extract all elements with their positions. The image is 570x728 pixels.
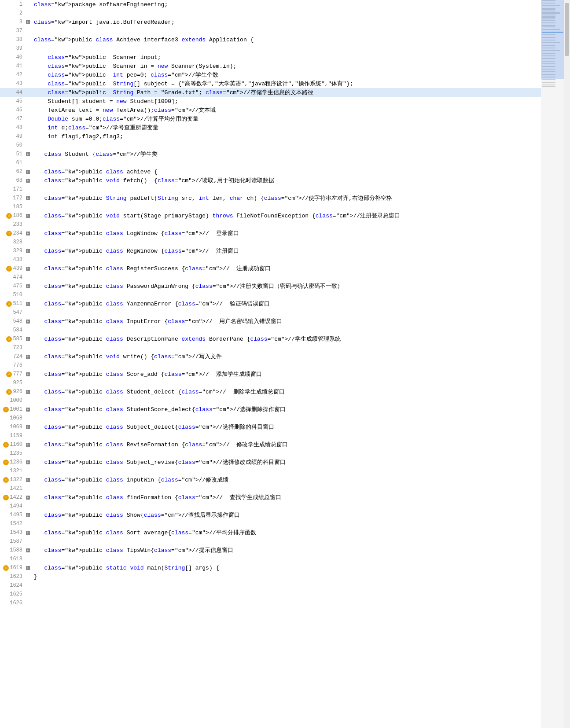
line-num-text: 1626	[10, 600, 22, 606]
line-number: 1542	[0, 519, 24, 528]
line-num-text: 42	[16, 72, 22, 78]
fold-button[interactable]: +	[26, 302, 30, 306]
line-number: 45	[0, 97, 24, 106]
fold-button[interactable]: +	[26, 337, 30, 341]
minimap[interactable]	[541, 0, 564, 728]
code-line-172: 172+ class="kw">public String padLeft(St…	[0, 194, 541, 202]
fold-button[interactable]: +	[26, 460, 30, 464]
line-number: 1587	[0, 537, 24, 546]
line-content: class="kw">public class Student_delect {…	[31, 388, 541, 396]
line-content	[31, 204, 541, 210]
line-content: class="kw">public Scanner in = new Scann…	[31, 63, 541, 70]
line-content: class="kw">public class inputWin {class=…	[31, 476, 541, 484]
line-number: 2	[0, 9, 24, 18]
fold-button[interactable]: +	[26, 408, 30, 412]
line-content	[31, 239, 541, 246]
warning-icon[interactable]: ⚠	[3, 565, 9, 571]
fold-button[interactable]: +	[26, 267, 30, 271]
line-number: 1626	[0, 599, 24, 607]
gutter: +	[24, 460, 31, 464]
fold-button[interactable]: +	[26, 179, 30, 183]
code-line-2: 2	[0, 9, 541, 18]
fold-button[interactable]: +	[26, 20, 30, 24]
warning-icon[interactable]: ⚠	[3, 495, 9, 500]
fold-button[interactable]: +	[26, 372, 30, 376]
warning-icon[interactable]: ⚠	[6, 266, 12, 272]
warning-icon[interactable]: ⚠	[6, 301, 12, 307]
minimap-line	[542, 86, 555, 87]
warning-icon[interactable]: ⚠	[6, 371, 12, 377]
line-number: 925	[0, 379, 24, 387]
warning-icon[interactable]: ⚠	[6, 231, 12, 236]
warning-icon[interactable]: ⚠	[3, 442, 9, 448]
line-content: class="kw">package softwareEngineering;	[31, 1, 541, 8]
line-num-text: 171	[13, 186, 22, 192]
fold-button[interactable]: +	[26, 214, 30, 218]
line-num-text: 547	[13, 309, 22, 316]
gutter: +	[24, 531, 31, 535]
line-content: class="kw">public class YanzenmaError {c…	[31, 300, 541, 308]
line-content	[31, 450, 541, 457]
line-content	[31, 397, 541, 404]
fold-button[interactable]: +	[26, 513, 30, 517]
fold-button[interactable]: +	[26, 531, 30, 535]
line-number: 1159	[0, 431, 24, 440]
line-content: class="kw">public Scanner input;	[31, 54, 541, 61]
line-num-text: 1069	[10, 424, 22, 430]
code-line-1618: 1618	[0, 555, 541, 563]
line-number: 1623	[0, 572, 24, 581]
code-line-1543: 1543+ class="kw">public class Sort_avera…	[0, 528, 541, 537]
fold-button[interactable]: +	[26, 478, 30, 482]
fold-button[interactable]: +	[26, 320, 30, 324]
fold-button[interactable]: +	[26, 196, 30, 200]
line-content: class="kw">public class StudentScore_del…	[31, 405, 541, 413]
line-num-text: 1159	[10, 433, 22, 439]
line-content: class="kw">public void write() {class="c…	[31, 353, 541, 360]
line-content: class="kw">public class Subject_delect{c…	[31, 423, 541, 431]
line-num-text: 1624	[10, 582, 22, 588]
code-line-68: 68+ class="kw">public void fetch() {clas…	[0, 176, 541, 185]
line-num-text: 1068	[10, 415, 22, 421]
code-line-48: 48 int d;class="cm">//学号查重所需变量	[0, 123, 541, 132]
warning-icon[interactable]: ⚠	[3, 460, 9, 465]
line-num-text: 1495	[10, 512, 22, 518]
warning-icon[interactable]: ⚠	[3, 477, 9, 483]
scrollbar-thumb[interactable]	[565, 3, 569, 56]
fold-button[interactable]: +	[26, 496, 30, 500]
line-content: class="kw">public class Show{class="cm">…	[31, 511, 541, 519]
fold-button[interactable]: +	[26, 566, 30, 570]
gutter: +	[24, 20, 31, 24]
fold-button[interactable]: +	[26, 390, 30, 394]
fold-button[interactable]: +	[26, 152, 30, 156]
warning-icon[interactable]: ⚠	[3, 407, 9, 412]
warning-icon[interactable]: ⚠	[6, 336, 12, 342]
fold-button[interactable]: +	[26, 355, 30, 359]
gutter: +	[24, 566, 31, 570]
line-content: class="kw">public class Score_add {class…	[31, 370, 541, 378]
fold-button[interactable]: +	[26, 249, 30, 253]
fold-button[interactable]: +	[26, 425, 30, 429]
code-line-776: 776	[0, 361, 541, 370]
warning-icon[interactable]: ⚠	[6, 213, 12, 219]
code-line-926: ⚠926+ class="kw">public class Student_de…	[0, 387, 541, 396]
line-number: ⚠777	[0, 370, 24, 379]
line-number: ⚠439	[0, 264, 24, 273]
fold-button[interactable]: +	[26, 170, 30, 174]
line-content	[31, 538, 541, 545]
line-num-text: 1618	[10, 556, 22, 562]
line-num-text: 1	[19, 1, 22, 7]
fold-button[interactable]: +	[26, 443, 30, 447]
line-number: 1625	[0, 590, 24, 599]
line-content	[31, 10, 541, 17]
line-number: 328	[0, 238, 24, 246]
line-number: ⚠1322	[0, 475, 24, 484]
minimap-content	[541, 0, 564, 728]
line-num-text: 44	[16, 89, 22, 96]
fold-button[interactable]: +	[26, 284, 30, 288]
code-line-511: ⚠511+ class="kw">public class YanzenmaEr…	[0, 299, 541, 308]
scrollbar[interactable]	[564, 0, 570, 728]
fold-button[interactable]: +	[26, 548, 30, 552]
line-number: 776	[0, 361, 24, 370]
fold-button[interactable]: +	[26, 232, 30, 235]
warning-icon[interactable]: ⚠	[6, 389, 12, 395]
